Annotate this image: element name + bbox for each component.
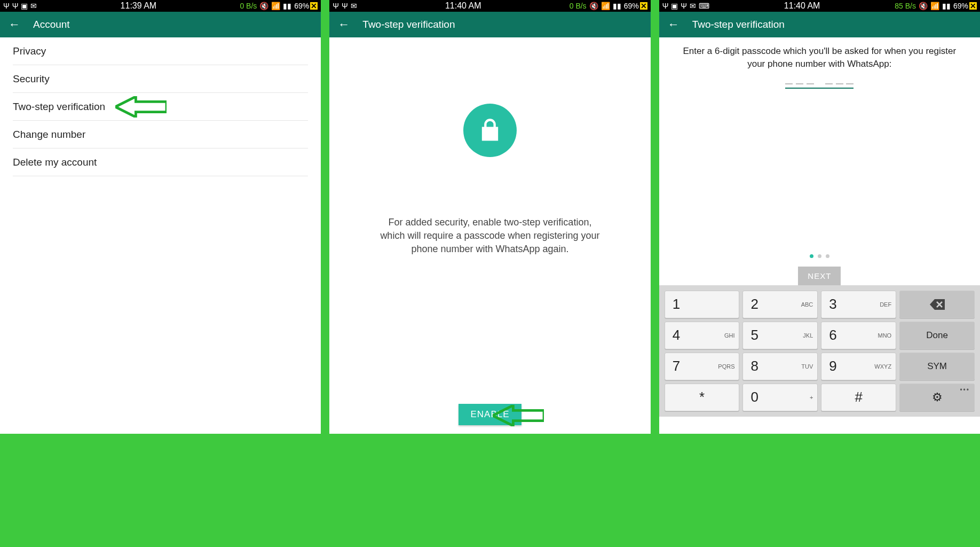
key-6[interactable]: 6MNO	[821, 322, 896, 349]
page-indicator	[659, 254, 980, 258]
picture-icon: ▣	[21, 2, 28, 10]
key-#[interactable]: #	[821, 384, 896, 411]
status-bar: Ψ Ψ ✉ 11:40 AM 0 B/s 🔇 📶 ▮▮ 69%✕	[329, 0, 650, 12]
lock-badge	[463, 104, 517, 157]
battery-percent: 69%	[294, 2, 309, 10]
app-bar: ← Two-step verification	[659, 12, 980, 37]
network-speed: 0 B/s	[570, 2, 587, 10]
key-settings[interactable]: •••⚙	[899, 384, 975, 411]
backspace-icon	[930, 299, 945, 310]
key-9[interactable]: 9WXYZ	[821, 353, 896, 380]
key-4[interactable]: 4GHI	[665, 322, 740, 349]
two-step-description: For added security, enable two-step veri…	[375, 216, 605, 256]
signal-icon: ▮▮	[613, 2, 621, 10]
usb-icon: Ψ	[12, 2, 19, 10]
battery-percent: 69%	[953, 2, 968, 10]
wifi-icon: 📶	[930, 2, 939, 10]
network-speed: 0 B/s	[240, 2, 257, 10]
list-item-delete-account[interactable]: Delete my account	[13, 149, 308, 176]
back-arrow-icon[interactable]: ←	[668, 18, 679, 32]
battery-icon: ✕	[640, 2, 647, 10]
screen-two-step-intro: Ψ Ψ ✉ 11:40 AM 0 B/s 🔇 📶 ▮▮ 69%✕ ← Two-s…	[329, 0, 650, 434]
battery-icon: ✕	[969, 2, 977, 10]
key-5[interactable]: 5JKL	[742, 322, 818, 349]
usb-icon: Ψ	[3, 2, 10, 10]
key-7[interactable]: 7PQRS	[665, 353, 740, 380]
screen-title: Account	[33, 19, 70, 30]
key-2[interactable]: 2ABC	[742, 291, 818, 318]
next-button[interactable]: NEXT	[798, 267, 841, 285]
mail-icon: ✉	[351, 2, 357, 10]
screen-account: Ψ Ψ ▣ ✉ 11:39 AM 0 B/s 🔇 📶 ▮▮ 69%✕ ← Acc…	[0, 0, 321, 434]
mail-icon: ✉	[690, 2, 696, 10]
wifi-icon: 📶	[271, 2, 280, 10]
usb-icon: Ψ	[681, 2, 687, 10]
key-3[interactable]: 3DEF	[821, 291, 896, 318]
keyboard-icon: ⌨	[699, 2, 709, 10]
key-backspace[interactable]	[899, 291, 975, 318]
screen-title: Two-step verification	[692, 19, 785, 30]
status-time: 11:40 AM	[784, 1, 820, 11]
picture-icon: ▣	[671, 2, 678, 10]
numeric-keypad: 12ABC3DEF4GHI5JKL6MNODone7PQRS8TUV9WXYZS…	[659, 285, 980, 417]
status-time: 11:40 AM	[445, 1, 481, 11]
list-item-security[interactable]: Security	[13, 65, 308, 93]
key-*[interactable]: *	[665, 384, 740, 411]
list-item-privacy[interactable]: Privacy	[13, 37, 308, 65]
usb-icon: Ψ	[333, 2, 339, 10]
battery-icon: ✕	[310, 2, 318, 10]
passcode-input[interactable]	[785, 83, 853, 89]
signal-icon: ▮▮	[942, 2, 951, 10]
screen-enter-passcode: Ψ ▣ Ψ ✉ ⌨ 11:40 AM 85 B/s 🔇 📶 ▮▮ 69%✕ ← …	[659, 0, 980, 434]
key-sym[interactable]: SYM	[899, 353, 975, 380]
app-bar: ← Account	[0, 12, 321, 37]
key-0[interactable]: 0+	[742, 384, 818, 411]
wifi-icon: 📶	[601, 2, 610, 10]
status-bar: Ψ Ψ ▣ ✉ 11:39 AM 0 B/s 🔇 📶 ▮▮ 69%✕	[0, 0, 321, 12]
back-arrow-icon[interactable]: ←	[338, 18, 350, 32]
signal-icon: ▮▮	[283, 2, 291, 10]
key-done[interactable]: Done	[899, 322, 975, 349]
status-time: 11:39 AM	[121, 1, 157, 11]
passcode-prompt: Enter a 6-digit passcode which you'll be…	[659, 37, 980, 71]
lock-icon	[476, 116, 504, 144]
back-arrow-icon[interactable]: ←	[9, 18, 20, 32]
mute-icon: 🔇	[589, 2, 598, 10]
list-item-change-number[interactable]: Change number	[13, 121, 308, 149]
app-bar: ← Two-step verification	[329, 12, 650, 37]
usb-icon: Ψ	[662, 2, 669, 10]
status-bar: Ψ ▣ Ψ ✉ ⌨ 11:40 AM 85 B/s 🔇 📶 ▮▮ 69%✕	[659, 0, 980, 12]
annotation-arrow-icon	[493, 405, 544, 426]
usb-icon: Ψ	[342, 2, 348, 10]
mute-icon: 🔇	[919, 2, 928, 10]
mail-icon: ✉	[30, 2, 37, 10]
mute-icon: 🔇	[259, 2, 268, 10]
key-8[interactable]: 8TUV	[742, 353, 818, 380]
key-1[interactable]: 1	[665, 291, 740, 318]
gear-icon: ⚙	[932, 390, 943, 404]
battery-percent: 69%	[624, 2, 639, 10]
annotation-arrow-icon	[115, 96, 167, 118]
network-speed: 85 B/s	[895, 2, 916, 10]
screen-title: Two-step verification	[362, 19, 455, 30]
